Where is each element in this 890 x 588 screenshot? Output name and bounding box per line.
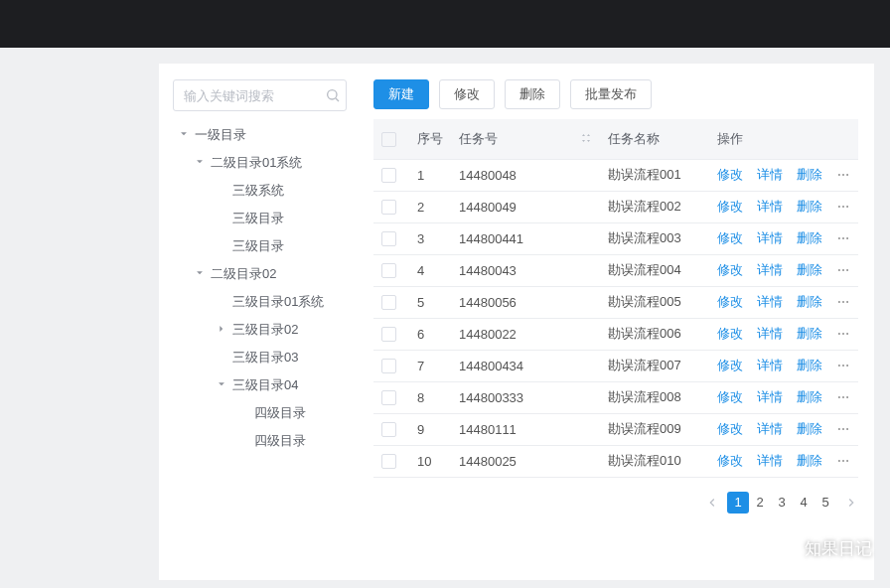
tree-node[interactable]: 三级目录01系统 xyxy=(173,288,347,316)
row-edit-link[interactable]: 修改 xyxy=(717,388,743,406)
table-row: 414480043勘误流程004修改详情删除 xyxy=(373,254,858,286)
chevron-down-icon[interactable] xyxy=(179,129,191,141)
row-delete-link[interactable]: 删除 xyxy=(797,293,822,311)
tree-node[interactable]: 三级目录04 xyxy=(173,371,347,399)
more-icon[interactable] xyxy=(836,231,850,245)
svg-point-9 xyxy=(842,237,844,239)
table-row: 614480022勘误流程006修改详情删除 xyxy=(373,318,858,350)
more-icon[interactable] xyxy=(836,295,850,309)
row-edit-link[interactable]: 修改 xyxy=(717,325,743,343)
cell-task-no: 144800441 xyxy=(451,222,600,254)
chevron-down-icon[interactable] xyxy=(217,379,228,391)
tree-node[interactable]: 三级目录 xyxy=(173,205,347,232)
row-detail-link[interactable]: 详情 xyxy=(757,229,783,247)
more-icon[interactable] xyxy=(836,327,850,341)
search-input[interactable] xyxy=(173,79,347,111)
select-all-checkbox[interactable] xyxy=(381,132,396,147)
more-icon[interactable] xyxy=(836,422,850,436)
svg-point-24 xyxy=(842,396,844,398)
search-icon[interactable] xyxy=(325,87,341,103)
more-icon[interactable] xyxy=(836,454,850,468)
chevron-right-icon[interactable] xyxy=(217,324,228,336)
svg-point-11 xyxy=(838,269,840,271)
row-checkbox[interactable] xyxy=(381,422,396,437)
page-5[interactable]: 5 xyxy=(815,492,836,514)
row-checkbox[interactable] xyxy=(381,168,396,183)
row-edit-link[interactable]: 修改 xyxy=(717,198,743,216)
row-edit-link[interactable]: 修改 xyxy=(717,293,743,311)
page-2[interactable]: 2 xyxy=(749,492,771,514)
row-checkbox[interactable] xyxy=(381,390,396,405)
row-detail-link[interactable]: 详情 xyxy=(757,420,783,438)
row-delete-link[interactable]: 删除 xyxy=(797,198,822,216)
row-checkbox[interactable] xyxy=(381,263,396,278)
create-button[interactable]: 新建 xyxy=(373,79,429,109)
svg-point-6 xyxy=(842,206,844,208)
row-edit-link[interactable]: 修改 xyxy=(717,166,743,184)
row-checkbox[interactable] xyxy=(381,327,396,342)
tree-node[interactable]: 三级目录03 xyxy=(173,344,347,371)
tree-node[interactable]: 二级目录02 xyxy=(173,260,347,288)
row-delete-link[interactable]: 删除 xyxy=(797,388,822,406)
row-detail-link[interactable]: 详情 xyxy=(757,261,783,279)
tree-node[interactable]: 三级目录 xyxy=(173,232,347,260)
row-edit-link[interactable]: 修改 xyxy=(717,357,743,374)
delete-button[interactable]: 删除 xyxy=(505,79,560,109)
task-table: 序号 任务号 任务名称 操作 114480048勘误流程001修改详情删除214… xyxy=(373,119,858,478)
row-checkbox[interactable] xyxy=(381,231,396,246)
row-checkbox[interactable] xyxy=(381,359,396,373)
tree-node[interactable]: 四级目录 xyxy=(173,399,347,427)
row-detail-link[interactable]: 详情 xyxy=(757,198,783,216)
page-1[interactable]: 1 xyxy=(727,492,749,514)
row-checkbox[interactable] xyxy=(381,200,396,215)
table-row: 914480111勘误流程009修改详情删除 xyxy=(373,413,858,445)
row-detail-link[interactable]: 详情 xyxy=(757,166,783,184)
more-icon[interactable] xyxy=(836,263,850,277)
tree-label: 二级目录01系统 xyxy=(211,154,302,172)
sort-icon[interactable] xyxy=(580,132,592,146)
more-icon[interactable] xyxy=(836,359,850,372)
row-edit-link[interactable]: 修改 xyxy=(717,261,743,279)
row-detail-link[interactable]: 详情 xyxy=(757,357,783,374)
page-4[interactable]: 4 xyxy=(793,492,815,514)
tree-node[interactable]: 二级目录01系统 xyxy=(173,149,347,177)
svg-point-4 xyxy=(846,174,848,176)
row-detail-link[interactable]: 详情 xyxy=(757,388,783,406)
table-row: 8144800333勘误流程008修改详情删除 xyxy=(373,381,858,413)
row-edit-link[interactable]: 修改 xyxy=(717,229,743,247)
page-3[interactable]: 3 xyxy=(771,492,793,514)
tree-node[interactable]: 四级目录 xyxy=(173,427,347,455)
tree-node[interactable]: 三级系统 xyxy=(173,177,347,205)
row-detail-link[interactable]: 详情 xyxy=(757,452,783,470)
cell-task-name: 勘误流程005 xyxy=(600,286,709,318)
th-task-no[interactable]: 任务号 xyxy=(451,119,600,159)
row-delete-link[interactable]: 删除 xyxy=(797,452,822,470)
row-detail-link[interactable]: 详情 xyxy=(757,325,783,343)
row-delete-link[interactable]: 删除 xyxy=(797,261,822,279)
batch-publish-button[interactable]: 批量发布 xyxy=(570,79,652,109)
row-delete-link[interactable]: 删除 xyxy=(797,325,822,343)
more-icon[interactable] xyxy=(836,168,850,182)
row-checkbox[interactable] xyxy=(381,295,396,310)
table-row: 3144800441勘误流程003修改详情删除 xyxy=(373,222,858,254)
page-prev[interactable] xyxy=(705,496,719,510)
more-icon[interactable] xyxy=(836,200,850,214)
page-next[interactable] xyxy=(844,496,858,510)
tree-node[interactable]: 一级目录 xyxy=(173,121,347,149)
svg-point-8 xyxy=(838,237,840,239)
row-detail-link[interactable]: 详情 xyxy=(757,293,783,311)
edit-button[interactable]: 修改 xyxy=(439,79,495,109)
row-delete-link[interactable]: 删除 xyxy=(797,229,822,247)
chevron-down-icon[interactable] xyxy=(195,157,207,169)
row-delete-link[interactable]: 删除 xyxy=(797,357,822,374)
cell-task-no: 14480043 xyxy=(451,254,600,286)
row-edit-link[interactable]: 修改 xyxy=(717,420,743,438)
row-edit-link[interactable]: 修改 xyxy=(717,452,743,470)
chevron-down-icon[interactable] xyxy=(195,268,207,280)
svg-point-7 xyxy=(846,206,848,208)
tree-node[interactable]: 三级目录02 xyxy=(173,316,347,344)
more-icon[interactable] xyxy=(836,390,850,404)
row-delete-link[interactable]: 删除 xyxy=(797,420,822,438)
row-checkbox[interactable] xyxy=(381,454,396,469)
row-delete-link[interactable]: 删除 xyxy=(797,166,822,184)
